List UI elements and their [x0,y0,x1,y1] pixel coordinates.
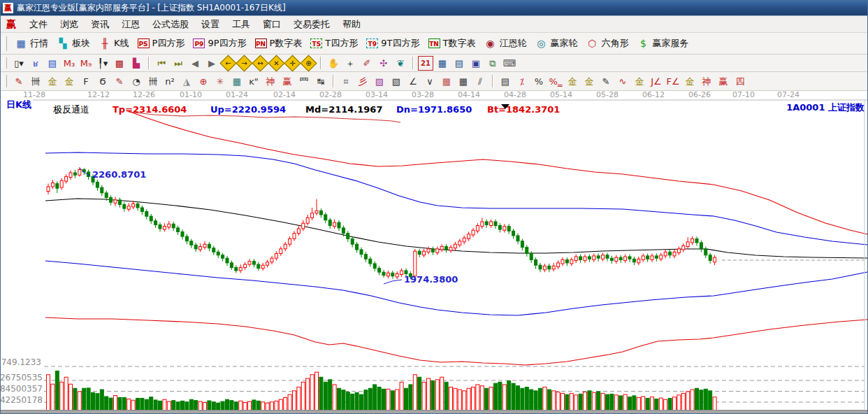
j-angle-icon[interactable]: J∠ [649,74,664,89]
zoom-all-button[interactable]: ⊕ [300,55,317,71]
web-square-icon[interactable]: ▦ [229,74,245,89]
gold-circle-icon[interactable]: 金 [565,74,580,89]
fan-lines-icon[interactable]: 彡 [355,74,370,89]
info-panel-icon[interactable]: ▤ [45,56,60,71]
ruler-123-icon[interactable]: ⺫ [296,74,312,89]
n-squared-icon[interactable]: n² [162,74,178,89]
thin-candle-dropdown-icon[interactable]: ╿▾ [95,56,110,71]
ink-pen-icon[interactable]: ✎ [598,74,614,89]
price-grid-icon[interactable]: ▦ [439,74,454,89]
kline-chart[interactable]: 11-2812-1212-2601-1001-2402-1402-2803-14… [1,91,868,410]
win-angle-icon[interactable]: 赢∠ [716,74,731,89]
plain-comb-icon[interactable]: 卌 [145,74,161,89]
zoom-reset-button[interactable]: ✕ [268,55,284,71]
menu-item-formula-stock-pick[interactable]: 公式选股 [146,17,195,32]
gold-ruler-1-icon[interactable]: 金 [45,74,60,89]
menu-item-browse[interactable]: 浏览 [54,17,85,32]
bottom-scrollbar[interactable] [1,410,868,414]
next-bar-icon[interactable]: ▶ [204,56,219,71]
winner-service-button[interactable]: $赢家服务 [632,35,693,52]
wave-3-tool-icon[interactable]: M₃ [62,56,77,71]
9t-square-button[interactable]: T99T四方形 [362,35,424,52]
compass-circle-icon[interactable]: ⊕ [196,74,211,89]
kline-chart-area[interactable]: 11-2812-1212-2601-1001-2402-1402-2803-14… [1,91,868,414]
winner-wheel-button[interactable]: ◎赢家轮 [530,35,581,52]
hand-tool-icon[interactable]: ✋ [326,56,341,71]
title-bar[interactable]: 赢 赢家江恩专业版[赢家内部服务平台] - [上证指数 SH1A0001-167… [1,1,867,16]
gann-flower-tool-icon[interactable]: ✣ [376,56,391,71]
gold-lines-2-icon[interactable]: 金 [632,74,647,89]
fan-box-2-icon[interactable]: ▧ [389,74,404,89]
gold-levels-icon[interactable]: 金 [581,74,597,89]
t-square-button[interactable]: TST四方形 [306,35,362,52]
percent-line-icon[interactable]: ⁒ [514,74,530,89]
gann-box-icon[interactable]: ⌗ [338,74,354,89]
crosshair-tool-icon[interactable]: ＋ [342,56,358,71]
star-web-icon[interactable]: ✳ [212,74,228,89]
gold-ruler-2-icon[interactable]: 金 [62,74,77,89]
zoom-horizontal-button[interactable]: ↔ [252,55,268,71]
pan-right-button[interactable]: → [236,55,252,71]
draw-pen-icon[interactable]: ✎ [11,74,27,89]
network-icon[interactable]: ⧉ [485,56,500,71]
menu-item-file[interactable]: 文件 [23,17,54,32]
9p-square-button[interactable]: P99P四方形 [189,35,250,52]
pan-left-button[interactable]: ← [219,55,236,71]
shen-ruler-icon[interactable]: 神 [263,74,278,89]
pen-ruler-icon[interactable]: ✎ [112,74,127,89]
f-ruler-icon[interactable]: F [78,74,94,89]
ruler-comb-icon[interactable]: 卌 [28,74,43,89]
circle-ruler-icon[interactable]: ◔ [129,74,144,89]
quote-button[interactable]: ▦行情 [10,35,52,52]
save-icon[interactable]: ▣ [468,56,484,71]
angle-measure-tool-icon[interactable]: ✐ [359,56,375,71]
prev-bar-icon[interactable]: ◀ [187,56,203,71]
k-marks-icon[interactable]: ĸ" [246,74,261,89]
gann-wheel-button[interactable]: ◉江恩轮 [479,35,530,52]
menu-item-trade-order[interactable]: 交易委托 [287,17,336,32]
wave-9-tool-icon[interactable]: M₉ [78,56,94,71]
volume-profile-icon[interactable]: ▙ [129,56,144,71]
percent-icon[interactable]: % [531,74,547,89]
win-box-icon[interactable]: 赢 [280,74,295,89]
four-angle-icon[interactable]: 四∠ [732,74,748,89]
v-lines-icon[interactable]: ∨ [422,74,437,89]
p-number-table-button[interactable]: PNP数字表 [251,35,307,52]
angle-mirror-icon[interactable]: ◮ [179,74,194,89]
candle-style-dropdown-icon[interactable]: ▯▾ [11,56,27,71]
zoom-in-button[interactable]: ✛ [284,55,301,71]
toolbar-grip[interactable] [3,75,7,87]
percent-levels-icon[interactable]: %‗ [548,74,563,89]
angle-lines-icon[interactable]: ∠ [405,74,421,89]
sectors-button[interactable]: ▚板块 [52,35,94,52]
toolbar-grip[interactable] [3,36,7,51]
menu-item-settings[interactable]: 设置 [195,17,226,32]
span-arrows-icon[interactable]: ↹ [313,74,328,89]
menu-item-gann[interactable]: 江恩 [115,17,146,32]
spiral-ruler-icon[interactable]: Ϭ [95,74,110,89]
notes-icon[interactable]: ▤ [451,56,467,71]
workstation-icon[interactable]: ⌨ [502,56,517,71]
last-bar-icon[interactable]: ⏭ [171,56,186,71]
menu-item-help[interactable]: 帮助 [336,17,367,32]
gold-angle-icon[interactable]: 金∠ [682,74,697,89]
menu-item-news[interactable]: 资讯 [85,17,115,32]
shen-angle-icon[interactable]: 神∠ [699,74,714,89]
p-square-button[interactable]: PSP四方形 [133,35,189,52]
spiral-tool-icon[interactable]: ❦ [393,56,408,71]
menu-item-tools[interactable]: 工具 [226,17,256,32]
first-bar-icon[interactable]: ⏮ [154,56,169,71]
hexagon-button[interactable]: ⬡六角形 [581,35,632,52]
percent-bars-icon[interactable]: ▤ [498,74,513,89]
time-grid-icon[interactable]: ▦ [456,74,471,89]
t-number-table-button[interactable]: TNT数字表 [424,35,480,52]
pattern-box-tool-icon[interactable]: ▩ [112,56,127,71]
kline-button[interactable]: ╫K线 [94,35,133,52]
free-curve-tool-icon[interactable]: ʁ [28,56,43,71]
fan-box-icon[interactable]: ▨ [372,74,387,89]
wave-gold-icon[interactable]: ∿ [615,74,630,89]
parallel-lines-icon[interactable]: ⫽ [472,74,488,89]
menu-item-window[interactable]: 窗口 [256,17,287,32]
calendar-icon[interactable]: 21 [418,56,433,71]
toolbar-grip[interactable] [3,57,7,69]
